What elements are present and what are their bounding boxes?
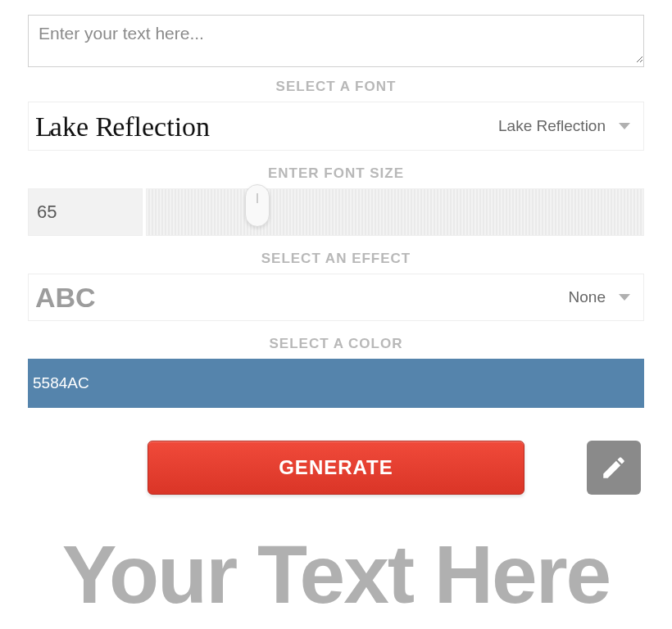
effect-section-label: SELECT AN EFFECT xyxy=(28,251,644,267)
color-section-label: SELECT A COLOR xyxy=(28,336,644,352)
preview-area: Your Text Here xyxy=(28,527,644,629)
svg-text:Lake Reflection: Lake Reflection xyxy=(35,111,210,142)
edit-button[interactable] xyxy=(587,441,641,495)
size-section-label: ENTER FONT SIZE xyxy=(28,165,644,182)
generate-button[interactable]: GENERATE xyxy=(148,441,524,495)
chevron-down-icon xyxy=(619,123,630,129)
preview-text: Your Text Here xyxy=(28,527,644,622)
font-size-row xyxy=(28,188,644,236)
color-selector[interactable]: 5584AC xyxy=(28,359,644,408)
font-selected-label: Lake Reflection xyxy=(498,117,614,135)
text-input[interactable] xyxy=(29,16,643,63)
slider-track xyxy=(147,189,643,235)
chevron-down-icon xyxy=(619,294,630,301)
text-input-container xyxy=(28,15,644,67)
color-value-label: 5584AC xyxy=(33,374,89,392)
font-preview: Lake Reflection xyxy=(29,108,498,144)
effect-preview: ABC xyxy=(29,282,569,314)
font-section-label: SELECT A FONT xyxy=(28,79,644,95)
effect-selected-label: None xyxy=(569,288,614,306)
action-row: GENERATE xyxy=(28,441,644,495)
effect-selector[interactable]: ABC None xyxy=(28,274,644,321)
font-size-slider[interactable] xyxy=(146,188,644,236)
font-selector[interactable]: Lake Reflection Lake Reflection xyxy=(28,102,644,151)
slider-thumb[interactable] xyxy=(245,184,270,227)
font-size-input[interactable] xyxy=(28,188,143,236)
pencil-icon xyxy=(600,454,628,482)
